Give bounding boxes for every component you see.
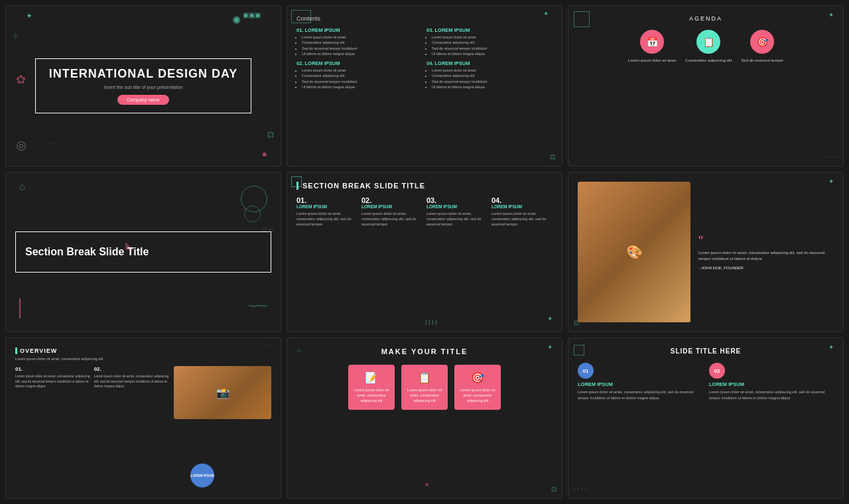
col-2-body: Lorem ipsum dolor sit amet, consectetur … [361,211,423,227]
overview-desc: Lorem ipsum dolor sit amet, consectetur … [15,357,271,361]
section-3-label: 03. LOREM IPSUM [426,27,553,33]
col-2: 02. LOREM IPSUM Lorem ipsum dolor sit am… [361,196,423,227]
quote-mark: " [698,234,831,247]
make-card-3: 🎯 Lorem ipsum dolor sit amet, consectetu… [454,365,501,410]
quote-area: " Lorem ipsum dolor sit amet, consectetu… [696,182,834,323]
num-1-label: 01. [15,366,90,372]
col-4-num: 04. [491,196,553,204]
section-1-label: 01. LOREM IPSUM [296,27,423,33]
card-text-2: Lorem ipsum dolor sit amet, consectetur … [405,388,444,403]
content-section-2: 02. LOREM IPSUM Lorem ipsum dolor sit am… [296,60,423,90]
section-2-label: 02. LOREM IPSUM [296,60,423,66]
slide-4: 〰〰 ◇ ⊙ ⊙ ◣ Section Break Slide Title [5,172,281,333]
title-box: INTERNATIONAL DESIGN DAY Insert the sub … [35,58,252,114]
agenda-icon-2: 📋 [696,30,720,54]
col-4-body: Lorem ipsum dolor sit amet, consectetur … [491,211,553,227]
section-2-body: Lorem ipsum dolor sit amet Consectetur a… [296,68,423,90]
overview-left: 01. Lorem ipsum dolor sit amet, consecte… [15,366,168,422]
content-section-1: 01. LOREM IPSUM Lorem ipsum dolor sit am… [296,27,423,56]
info-label-1: LOREM IPSUM [578,381,702,387]
make-title: MAKE YOUR TITLE [381,347,468,355]
section-4-body: Lorem ipsum dolor sit amet Consectetur a… [426,68,553,90]
agenda-text-3: Sed do eiusmod tempor [741,58,783,63]
slide-7: · · · · OVERVIEW Lorem ipsum dolor sit a… [5,338,281,499]
slide-2: ✦ ⊡ Contents 01. LOREM IPSUM Lorem ipsum… [287,5,562,166]
agenda-item-2: 📋 Consectetur adipiscing elit [685,30,732,63]
overview-nums: 01. Lorem ipsum dolor sit amet, consecte… [15,366,168,389]
four-cols: 01. LOREM IPSUM Lorem ipsum dolor sit am… [296,196,553,227]
col-4-label: LOREM IPSUM [491,204,553,209]
col-3: 03. LOREM IPSUM Lorem ipsum dolor sit am… [426,196,488,227]
card-icon-2: 📋 [418,371,431,384]
make-card-1: 📝 Lorem ipsum dolor sit amet, consectetu… [348,365,395,410]
overview-right: 📸 [174,366,271,422]
slide-3: ✦ · · · · AGENDA 📅 Lorem ipsum dolor sit… [568,5,844,166]
slide-1-title: INTERNATIONAL DESIGN DAY [49,67,238,82]
col-3-num: 03. [426,196,488,204]
photo-placeholder: 🎨 [578,182,690,323]
col-1-label: LOREM IPSUM [296,204,358,209]
col-2-label: LOREM IPSUM [361,204,423,209]
make-cards: 📝 Lorem ipsum dolor sit amet, consectetu… [348,365,501,410]
col-4: 04. LOREM IPSUM Lorem ipsum dolor sit am… [491,196,553,227]
agenda-item-3: 🎯 Sed do eiusmod tempor [741,30,783,63]
col-3-body: Lorem ipsum dolor sit amet, consectetur … [426,211,488,227]
info-item-1: 01 LOREM IPSUM Lorem ipsum dolor sit ame… [578,363,702,401]
col-3-label: LOREM IPSUM [426,204,488,209]
num-2-body: Lorem ipsum dolor sit amet, consectetur … [94,374,169,389]
card-icon-3: 🎯 [471,371,484,384]
col-1-num: 01. [296,196,358,204]
agenda-text-1: Lorem ipsum dolor sit amet [628,58,676,63]
overview-two-col: 01. Lorem ipsum dolor sit amet, consecte… [15,366,271,422]
quote-text: Lorem ipsum dolor sit amet, consectetur … [698,250,831,262]
circle-num-2: 02 [709,363,725,379]
slide-8: ✦ ⊡ ● ◇ MAKE YOUR TITLE 📝 Lorem ipsum do… [287,338,562,499]
agenda-items: 📅 Lorem ipsum dolor sit amet 📋 Consectet… [628,30,783,63]
overview-photo: 📸 [174,366,271,419]
num-2-label: 02. [94,366,169,372]
quote-author: - JOHN DOE, FOUNDER [698,266,831,270]
agenda-icon-3: 🎯 [750,30,774,54]
contents-grid: 01. LOREM IPSUM Lorem ipsum dolor sit am… [296,27,553,90]
col-1: 01. LOREM IPSUM Lorem ipsum dolor sit am… [296,196,358,227]
col-1-body: Lorem ipsum dolor sit amet, consectetur … [296,211,358,227]
info-label-2: LOREM IPSUM [709,381,834,387]
agenda-text-2: Consectetur adipiscing elit [685,58,732,63]
card-icon-1: 📝 [365,371,378,384]
num-1-body: Lorem ipsum dolor sit amet, consectetur … [15,374,90,389]
col-2-num: 02. [361,196,423,204]
lorem-badge: LOREM IPSUM [190,464,214,487]
info-item-2: 02 LOREM IPSUM Lorem ipsum dolor sit ame… [709,363,834,401]
slide-1: ✦ ✺ ▣▣▣ ◎ ● ⊹ · · · · · ⊡ ✿ INTERNATIONA… [5,5,281,166]
make-card-2: 📋 Lorem ipsum dolor sit amet, consectetu… [401,365,448,410]
info-body-1: Lorem ipsum dolor sit amet, consectetur … [578,389,702,401]
card-text-3: Lorem ipsum dolor sit amet, consectetur … [458,388,497,403]
section-4-label: 04. LOREM IPSUM [426,60,553,66]
section-3-body: Lorem ipsum dolor sit amet Consectetur a… [426,34,553,56]
slide-5: ✦ ⌇⌇⌇⌇ SECTION BREAK SLIDE TITLE 01. LOR… [287,172,562,333]
slide-6: ✦ ⊡ 🎨 " Lorem ipsum dolor sit amet, cons… [568,172,844,333]
agenda-title: AGENDA [689,15,722,22]
overview-num-2: 02. Lorem ipsum dolor sit amet, consecte… [94,366,169,389]
slide-9-title: SLIDE TITLE HERE [578,347,834,355]
contents-heading: Contents [296,15,553,22]
overview-title: OVERVIEW [15,347,271,354]
slide-1-button[interactable]: Company name [117,95,168,105]
content-section-3: 03. LOREM IPSUM Lorem ipsum dolor sit am… [426,27,553,56]
section-1-body: Lorem ipsum dolor sit amet Consectetur a… [296,34,423,56]
slide-1-subtitle: Insert the sub title of your presentatio… [103,85,182,90]
sb-title: SECTION BREAK SLIDE TITLE [296,182,553,190]
slide-9: ✦ · · · · SLIDE TITLE HERE 01 LOREM IPSU… [568,338,844,499]
section-break-title: Section Break Slide Title [15,231,271,273]
agenda-item-1: 📅 Lorem ipsum dolor sit amet [628,30,676,63]
content-section-4: 04. LOREM IPSUM Lorem ipsum dolor sit am… [426,60,553,90]
overview-num-1: 01. Lorem ipsum dolor sit amet, consecte… [15,366,90,389]
two-col-info: 01 LOREM IPSUM Lorem ipsum dolor sit ame… [578,363,834,401]
info-body-2: Lorem ipsum dolor sit amet, consectetur … [709,389,834,401]
card-text-1: Lorem ipsum dolor sit amet, consectetur … [352,388,391,403]
quote-photo: 🎨 [578,182,690,323]
circle-num-1: 01 [578,363,594,379]
agenda-icon-1: 📅 [640,30,664,54]
